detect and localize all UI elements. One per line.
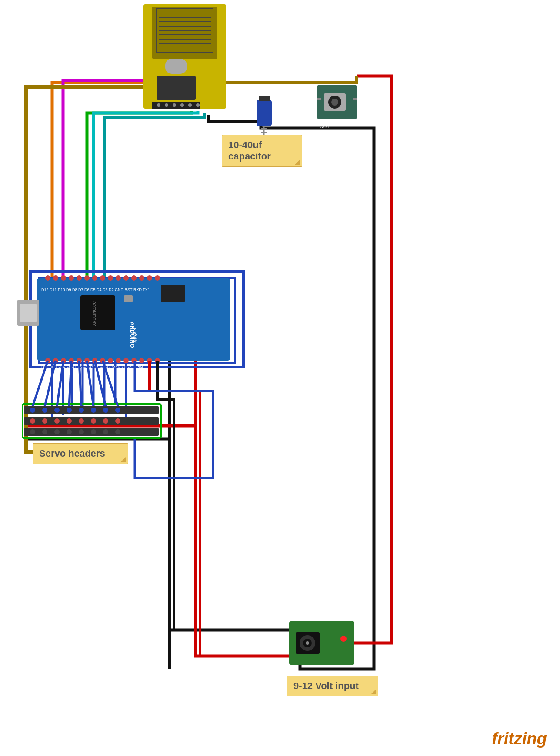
- svg-rect-48: [161, 285, 185, 302]
- svg-rect-40: [317, 98, 321, 100]
- svg-rect-11: [152, 7, 217, 59]
- svg-rect-31: [259, 96, 270, 101]
- svg-text:OUT: OUT: [320, 124, 330, 129]
- svg-point-78: [139, 358, 144, 363]
- svg-rect-41: [353, 98, 357, 100]
- svg-text:V3.0: V3.0: [133, 334, 138, 343]
- svg-point-38: [331, 99, 338, 106]
- svg-rect-47: [124, 295, 133, 302]
- svg-point-92: [115, 408, 120, 413]
- svg-point-105: [54, 429, 60, 434]
- svg-point-94: [30, 418, 35, 424]
- svg-point-89: [79, 408, 84, 413]
- servo-headers-label-text: Servo headers: [39, 448, 105, 459]
- svg-point-104: [42, 429, 47, 434]
- svg-point-98: [79, 418, 84, 424]
- svg-point-29: [196, 103, 200, 107]
- servo-headers-label: Servo headers: [33, 443, 128, 464]
- svg-rect-21: [165, 59, 187, 74]
- svg-point-100: [103, 418, 108, 424]
- svg-text:D12 D11 D10 D9  D8  D7  D6  D5: D12 D11 D10 D9 D8 D7 D6 D5 D4 D3 D2 GND …: [41, 288, 150, 292]
- svg-rect-30: [257, 100, 272, 126]
- svg-rect-44: [20, 304, 37, 322]
- svg-point-61: [131, 275, 137, 281]
- power-jack: [289, 621, 354, 665]
- svg-point-63: [147, 275, 152, 281]
- svg-point-76: [123, 358, 129, 363]
- svg-point-88: [67, 408, 72, 413]
- svg-point-106: [67, 429, 72, 434]
- svg-point-97: [67, 418, 72, 424]
- fritzing-brand: fritzing: [492, 729, 547, 748]
- svg-point-62: [139, 275, 144, 281]
- svg-text:ARDUINO.CC: ARDUINO.CC: [92, 301, 97, 326]
- svg-point-108: [91, 429, 96, 434]
- svg-point-91: [103, 408, 108, 413]
- svg-point-24: [157, 103, 160, 107]
- capacitor-label-text: 10-40ufcapacitor: [228, 139, 271, 162]
- svg-point-28: [188, 103, 192, 107]
- svg-rect-22: [157, 76, 196, 100]
- arduino-nano: ARDUINO.CC D12 D11 D10 D9 D8 D7 D6 D5 D4…: [17, 275, 230, 369]
- svg-point-51: [53, 275, 58, 281]
- svg-point-90: [91, 408, 96, 413]
- svg-point-116: [306, 641, 309, 645]
- svg-point-109: [103, 429, 108, 434]
- svg-point-56: [92, 275, 97, 281]
- svg-point-117: [340, 636, 347, 642]
- svg-text:D13 3V3 REF A0  A1  A2  A3  A4: D13 3V3 REF A0 A1 A2 A3 A4 A5 A6 A7 5V R…: [41, 365, 143, 369]
- nrf24l01-module: [143, 4, 226, 109]
- capacitor-label: 10-40ufcapacitor: [222, 135, 302, 167]
- svg-point-26: [173, 103, 176, 107]
- fritzing-text: fritzing: [492, 729, 547, 748]
- svg-point-103: [30, 429, 35, 434]
- svg-point-58: [108, 275, 113, 281]
- servo-headers: [23, 404, 161, 438]
- svg-point-99: [91, 418, 96, 424]
- svg-rect-45: [80, 295, 115, 330]
- svg-point-55: [84, 275, 90, 281]
- svg-point-53: [69, 275, 74, 281]
- svg-point-25: [165, 103, 168, 107]
- circuit-svg: OUT ARDUINO.CC D12 D11 D10 D9 D8 D7 D6 D…: [0, 0, 560, 756]
- svg-point-64: [155, 275, 160, 281]
- volt-input-label-text: 9-12 Volt input: [293, 680, 359, 691]
- circuit-diagram: OUT ARDUINO.CC D12 D11 D10 D9 D8 D7 D6 D…: [0, 0, 560, 756]
- svg-point-52: [61, 275, 66, 281]
- svg-point-59: [116, 275, 121, 281]
- volt-input-label: 9-12 Volt input: [287, 676, 378, 696]
- svg-point-86: [42, 408, 47, 413]
- svg-point-27: [180, 103, 184, 107]
- svg-point-57: [100, 275, 105, 281]
- svg-point-54: [77, 275, 82, 281]
- svg-point-74: [108, 358, 113, 363]
- svg-point-50: [45, 275, 50, 281]
- svg-point-60: [123, 275, 129, 281]
- svg-point-87: [54, 408, 60, 413]
- svg-point-96: [54, 418, 60, 424]
- svg-point-95: [42, 418, 47, 424]
- svg-point-85: [30, 408, 35, 413]
- svg-point-101: [115, 418, 120, 424]
- svg-point-75: [116, 358, 121, 363]
- svg-point-107: [79, 429, 84, 434]
- voltage-regulator: OUT: [317, 85, 357, 129]
- svg-point-110: [115, 429, 120, 434]
